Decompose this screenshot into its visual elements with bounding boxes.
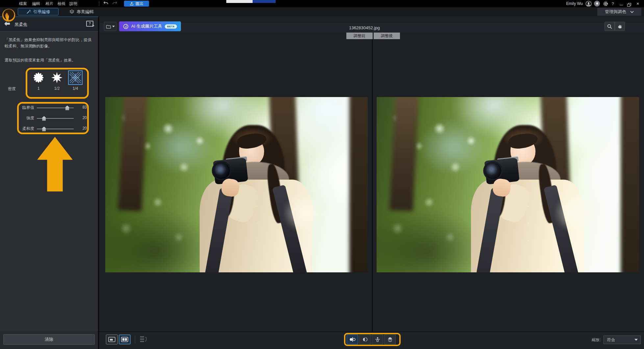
zoom-dropdown[interactable]: 符合 bbox=[604, 336, 641, 344]
tab-guided-edit[interactable]: 引導編修 bbox=[18, 8, 59, 15]
compare-side-by-side-button[interactable] bbox=[347, 335, 358, 344]
slider-thumb[interactable] bbox=[42, 116, 46, 121]
photo-sun-flare bbox=[545, 185, 608, 241]
help-video-icon[interactable]: ? bbox=[86, 21, 93, 27]
after-tab[interactable]: 調整後 bbox=[374, 33, 400, 39]
background-window-artifact-blue bbox=[253, 0, 276, 3]
annotation-arrow-up bbox=[37, 137, 73, 191]
split-left-right-icon bbox=[361, 337, 369, 342]
magnifier-icon bbox=[607, 24, 612, 29]
user-avatar-icon[interactable] bbox=[585, 0, 592, 7]
slider-thumb[interactable] bbox=[65, 106, 69, 110]
panel-title: 黑柔焦 bbox=[14, 22, 27, 28]
background-window-artifact bbox=[226, 0, 253, 3]
threshold-slider-row: 臨界值 83 bbox=[0, 104, 99, 111]
menu-help[interactable]: 說明 bbox=[66, 0, 81, 7]
notifications-bell-icon[interactable] bbox=[593, 0, 601, 7]
photodirector-window: 檔案 編輯 相片 檢視 說明 匯出 Emily Wu ? bbox=[0, 0, 644, 349]
view-single-icon bbox=[108, 337, 115, 342]
photo-sun-flare bbox=[273, 185, 336, 241]
tab-professional-edit[interactable]: 專業編輯 bbox=[63, 8, 100, 15]
undo-icon[interactable] bbox=[103, 0, 111, 7]
slider-thumb[interactable] bbox=[42, 127, 46, 131]
hand-icon bbox=[617, 24, 623, 29]
photo-tree-trunk-right bbox=[621, 97, 639, 272]
split-left-right-button[interactable] bbox=[359, 335, 371, 344]
density-preset-half[interactable] bbox=[50, 70, 64, 85]
before-tab[interactable]: 調整前 bbox=[346, 33, 373, 39]
dropdown-arrow-icon bbox=[634, 339, 638, 341]
threshold-value: 83 bbox=[83, 105, 87, 110]
export-label: 匯出 bbox=[136, 1, 143, 7]
hand-tool-button[interactable] bbox=[615, 22, 625, 31]
guided-edit-panel: 黑柔焦 ? 「黑柔焦」效果會抑制亮部與暗部中的對比，提供較柔和、無須潤飾的影像。… bbox=[0, 16, 99, 349]
photo-canvas bbox=[105, 97, 368, 272]
density-label: 密度 bbox=[8, 86, 16, 92]
export-button[interactable]: 匯出 bbox=[124, 1, 149, 7]
divider bbox=[99, 1, 99, 6]
layers-icon bbox=[69, 10, 74, 14]
view-split-button[interactable] bbox=[119, 335, 131, 344]
restore-button[interactable] bbox=[626, 0, 633, 7]
help-icon[interactable]: ? bbox=[609, 0, 616, 7]
effect-description: 「黑柔焦」效果會抑制亮部與暗部中的對比，提供較柔和、無須潤飾的影像。 bbox=[5, 37, 94, 49]
panel-footer: 清除 bbox=[0, 330, 98, 349]
photo-jacket-buttons bbox=[526, 202, 531, 269]
photo-camera-lens bbox=[212, 161, 231, 181]
user-name: Emily Wu bbox=[566, 0, 583, 7]
minimize-glyph bbox=[620, 5, 623, 5]
export-upload-icon bbox=[130, 2, 134, 6]
menu-file[interactable]: 檔案 bbox=[16, 0, 30, 7]
strength-slider[interactable] bbox=[37, 118, 74, 119]
density-quarter-icon bbox=[69, 71, 82, 84]
photo-camera-lens bbox=[483, 161, 503, 181]
chevron-down-icon bbox=[630, 11, 634, 13]
density-preset-quarter[interactable] bbox=[68, 70, 83, 85]
minimize-button[interactable] bbox=[618, 0, 625, 7]
preset-quarter-label: 1/4 bbox=[68, 86, 83, 91]
settings-gear-icon[interactable] bbox=[602, 0, 609, 7]
magnifier-tool-button[interactable] bbox=[605, 22, 615, 31]
softness-slider[interactable] bbox=[37, 129, 74, 129]
threshold-slider[interactable] bbox=[37, 108, 74, 108]
menu-edit[interactable]: 編輯 bbox=[29, 0, 43, 7]
view-single-button[interactable] bbox=[106, 335, 118, 344]
preset-1-label: 1 bbox=[31, 86, 46, 91]
clear-button[interactable]: 清除 bbox=[3, 334, 95, 345]
strength-label: 強度 bbox=[26, 115, 34, 121]
mode-bar: 引導編修 專業編輯 管理與調色 bbox=[0, 7, 644, 16]
panel-header: 黑柔焦 ? bbox=[0, 17, 98, 32]
photodirector-logo-icon[interactable] bbox=[2, 9, 15, 22]
bell-badge bbox=[594, 1, 600, 7]
photo-after[interactable] bbox=[377, 97, 639, 272]
zoom-label: 縮放: bbox=[592, 337, 601, 343]
photo-before[interactable] bbox=[105, 97, 368, 272]
redo-icon[interactable] bbox=[112, 0, 120, 7]
divider bbox=[135, 335, 135, 344]
manage-color-label: 管理與調色 bbox=[605, 9, 626, 15]
compare-side-by-side-icon bbox=[349, 337, 356, 342]
filename: 1362830452.jpg bbox=[99, 25, 630, 30]
close-button[interactable]: × bbox=[634, 0, 641, 7]
split-half-button[interactable] bbox=[384, 335, 396, 344]
split-top-bottom-icon bbox=[374, 337, 381, 342]
compare-divider[interactable] bbox=[372, 39, 373, 332]
threshold-label: 臨界值 bbox=[22, 105, 34, 111]
manage-color-dropdown[interactable]: 管理與調色 bbox=[597, 8, 641, 16]
photo-tree-trunk-right bbox=[349, 97, 368, 272]
history-stack-icon bbox=[139, 335, 148, 343]
density-1-icon bbox=[32, 71, 45, 84]
split-top-bottom-button[interactable] bbox=[372, 335, 383, 344]
strength-value: 20 bbox=[83, 115, 87, 120]
preset-half-label: 1/2 bbox=[50, 86, 64, 91]
tab-guided-label: 引導編修 bbox=[33, 9, 50, 15]
photo-canvas bbox=[377, 97, 639, 272]
viewer-bottom-bar: 縮放: 符合 bbox=[99, 332, 644, 349]
zoom-value: 符合 bbox=[604, 337, 634, 343]
density-preset-1[interactable] bbox=[31, 70, 46, 85]
strength-slider-row: 強度 20 bbox=[0, 114, 99, 121]
density-half-icon bbox=[51, 71, 63, 84]
split-half-icon bbox=[386, 337, 394, 342]
view-split-icon bbox=[121, 337, 128, 342]
titlebar: 檔案 編輯 相片 檢視 說明 匯出 Emily Wu ? bbox=[0, 0, 644, 7]
